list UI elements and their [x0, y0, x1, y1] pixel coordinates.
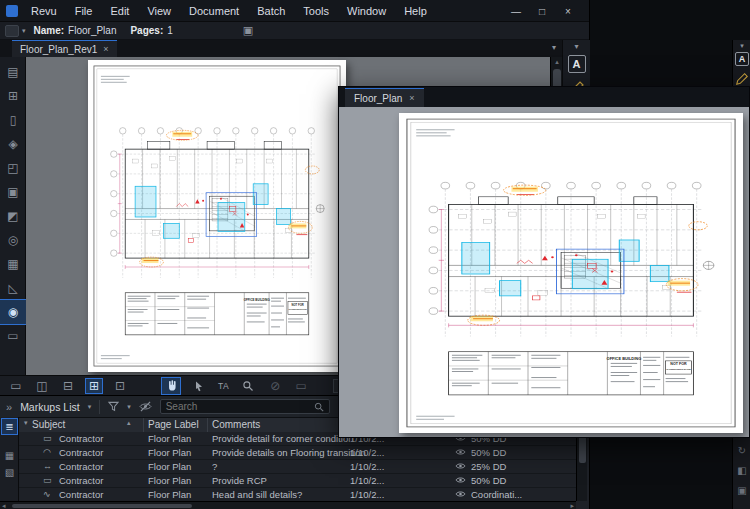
summary-panel-icon[interactable]: ▧ [2, 465, 17, 480]
filter-icon[interactable] [108, 398, 119, 416]
table-hscroll-thumb[interactable] [12, 504, 192, 508]
text-tool-icon[interactable]: A [568, 55, 586, 73]
single-page-icon[interactable]: ▭ [8, 379, 24, 393]
close-button[interactable]: × [555, 0, 581, 22]
floor-plan-rev1-sheet[interactable] [88, 60, 346, 372]
left-panel-strip: ▤ ⊞ ▯ ◈ ◰ ▣ ◩ ◎ ▦ ◺ ◉ ▭ [0, 57, 26, 375]
table-row[interactable]: ∿ Contractor Floor Plan Head and sill de… [19, 488, 576, 502]
pages-label: Pages: [130, 25, 163, 36]
visibility-eye-icon[interactable] [455, 461, 466, 472]
measurements-icon[interactable]: ◺ [0, 276, 26, 300]
window-controls: — □ × [503, 0, 581, 22]
floor-plan-drawing [399, 113, 743, 433]
pan-tool-icon[interactable] [162, 378, 180, 394]
copy-page-icon[interactable]: ▣ [243, 24, 253, 37]
row-page-label: Floor Plan [148, 489, 191, 500]
visibility-eye-icon[interactable] [455, 489, 466, 500]
select-tool-icon[interactable] [190, 378, 208, 394]
row-date: 1/10/2... [350, 489, 384, 500]
text-tool-icon[interactable]: A [735, 52, 749, 66]
menu-window[interactable]: Window [338, 2, 395, 20]
menu-help[interactable]: Help [395, 2, 436, 20]
zoom-tool-icon[interactable] [239, 378, 257, 394]
profile-icon[interactable] [5, 25, 19, 37]
tab-close-icon[interactable]: × [103, 44, 108, 54]
menu-revu[interactable]: Revu [22, 2, 66, 20]
scroll-right-icon[interactable]: ▸ [570, 502, 574, 509]
studio-icon[interactable]: ◎ [0, 228, 26, 252]
panel-toggle-icon[interactable]: ◧ [733, 465, 750, 476]
filmstrip-icon[interactable]: ▣ [733, 485, 750, 496]
markups-list-panel-icon[interactable]: ≣ [2, 419, 17, 434]
table-row[interactable]: ◠ Contractor Floor Plan Provide details … [19, 446, 576, 460]
sets-icon[interactable]: ▭ [0, 324, 26, 348]
visibility-eye-icon[interactable] [455, 475, 466, 486]
table-scroll-thumb[interactable] [579, 435, 586, 463]
pen-tool-icon[interactable] [735, 72, 749, 86]
menu-batch[interactable]: Batch [248, 2, 294, 20]
thumbnails-icon[interactable]: ⊞ [0, 84, 26, 108]
filter-caret-icon[interactable]: ▾ [127, 403, 131, 411]
full-screen-icon[interactable]: ⊡ [112, 379, 128, 393]
search-panel-icon[interactable]: ◉ [0, 300, 26, 324]
panel-caret-icon[interactable]: ▾ [733, 42, 750, 50]
captures-panel-icon[interactable]: ▦ [2, 448, 17, 463]
menu-bar: Revu File Edit View Document Batch Tools… [0, 0, 589, 22]
tool-chest-icon[interactable]: ▦ [0, 252, 26, 276]
split-horizontal-icon[interactable]: ⊟ [60, 379, 76, 393]
markups-list-title[interactable]: Markups List [20, 401, 80, 413]
minimize-button[interactable]: — [503, 0, 529, 22]
sync-views-icon[interactable]: ⊞ [86, 379, 102, 393]
spaces-icon[interactable]: ◰ [0, 156, 26, 180]
collapse-all-icon[interactable]: ▾ [24, 419, 28, 427]
sort-icon[interactable]: ▴ [127, 419, 131, 427]
row-comment: Provide RCP [212, 475, 267, 486]
floating-window[interactable]: Floor_Plan × [338, 86, 750, 438]
properties-icon[interactable]: ▤ [0, 60, 26, 84]
split-vertical-icon[interactable]: ◫ [34, 379, 50, 393]
tab-floor-plan-rev1[interactable]: Floor_Plan_Rev1 × [12, 40, 117, 57]
scroll-left-icon[interactable]: ◂ [2, 502, 6, 509]
column-comments[interactable]: Comments [212, 419, 260, 430]
profile-caret-icon[interactable]: ▾ [22, 27, 26, 35]
row-page-label: Floor Plan [148, 461, 191, 472]
menu-edit[interactable]: Edit [101, 2, 138, 20]
tab-close-icon[interactable]: × [409, 93, 414, 103]
expand-panel-icon[interactable]: » [6, 401, 12, 413]
search-input[interactable] [166, 401, 310, 412]
select-text-tool-icon[interactable]: TA [218, 381, 229, 391]
column-page-label[interactable]: Page Label [148, 419, 199, 430]
table-row[interactable]: ↔ Contractor Floor Plan ? 1/10/2... 25% … [19, 460, 576, 474]
table-row[interactable]: ▭ Contractor Floor Plan Provide RCP 1/10… [19, 474, 576, 488]
menu-file[interactable]: File [66, 2, 102, 20]
menu-document[interactable]: Document [180, 2, 248, 20]
markups-icon[interactable]: ▣ [0, 180, 26, 204]
visibility-eye-icon[interactable] [455, 447, 466, 458]
row-subject: Contractor [59, 433, 103, 444]
flags-icon[interactable]: ◩ [0, 204, 26, 228]
screen: Revu File Edit View Document Batch Tools… [0, 0, 750, 509]
file-bar: ▾ Name: Floor_Plan Pages: 1 ▣ [0, 22, 589, 40]
tab-label: Floor_Plan_Rev1 [20, 44, 97, 55]
markup-type-icon: ↔ [43, 461, 52, 471]
sync-icon[interactable]: ↻ [733, 445, 750, 456]
row-subject: Contractor [59, 461, 103, 472]
markup-type-icon: ◠ [43, 447, 51, 457]
tab-floor-plan[interactable]: Floor_Plan × [345, 88, 424, 107]
row-subject: Contractor [59, 475, 103, 486]
menu-tools[interactable]: Tools [294, 2, 338, 20]
markups-list-caret-icon[interactable]: ▾ [88, 403, 92, 411]
layers-icon[interactable]: ◈ [0, 132, 26, 156]
bookmarks-icon[interactable]: ▯ [0, 108, 26, 132]
menu-view[interactable]: View [138, 2, 180, 20]
row-page-label: Floor Plan [148, 475, 191, 486]
tab-overflow-icon[interactable]: ▾ [552, 43, 556, 52]
row-status: Coordinati... [471, 489, 522, 500]
floating-document-canvas[interactable] [339, 107, 749, 437]
panel-caret-icon[interactable]: ▾ [563, 40, 590, 51]
maximize-button[interactable]: □ [529, 0, 555, 22]
hide-markups-icon[interactable] [139, 398, 152, 416]
floor-plan-sheet[interactable] [399, 113, 743, 433]
bottom-panel-strip: ≣ ▦ ▧ [0, 417, 19, 509]
column-subject[interactable]: Subject [32, 419, 65, 430]
